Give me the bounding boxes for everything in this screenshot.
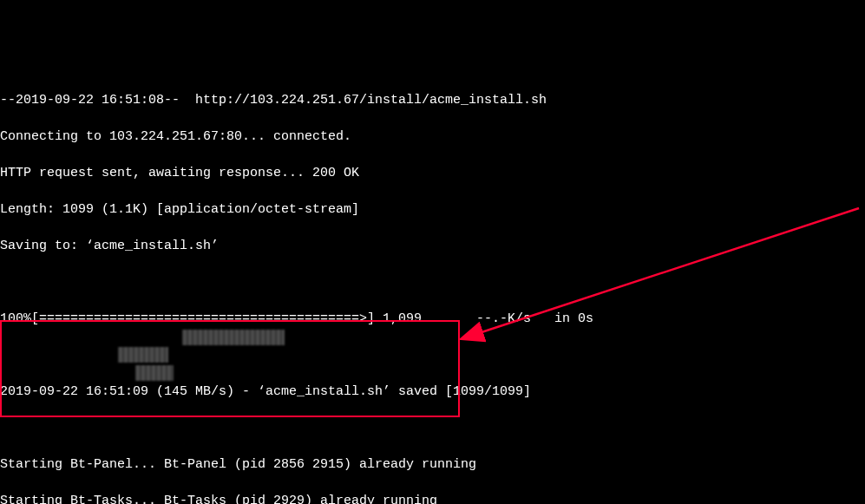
output-line: 2019-09-22 16:51:09 (145 MB/s) - ‘acme_i… (0, 383, 865, 401)
output-line (0, 273, 865, 291)
output-line: Saving to: ‘acme_install.sh’ (0, 237, 865, 255)
output-line: Connecting to 103.224.251.67:80... conne… (0, 128, 865, 146)
output-line: --2019-09-22 16:51:08-- http://103.224.2… (0, 91, 865, 109)
output-line: 100%[===================================… (0, 310, 865, 328)
output-line: HTTP request sent, awaiting response... … (0, 164, 865, 182)
output-line (0, 346, 865, 364)
output-line: Starting Bt-Panel... Bt-Panel (pid 2856 … (0, 455, 865, 474)
output-line (0, 419, 865, 437)
terminal-output[interactable]: --2019-09-22 16:51:08-- http://103.224.2… (0, 73, 865, 504)
output-line: Starting Bt-Tasks... Bt-Tasks (pid 2929)… (0, 492, 865, 504)
output-line: Length: 1099 (1.1K) [application/octet-s… (0, 200, 865, 219)
